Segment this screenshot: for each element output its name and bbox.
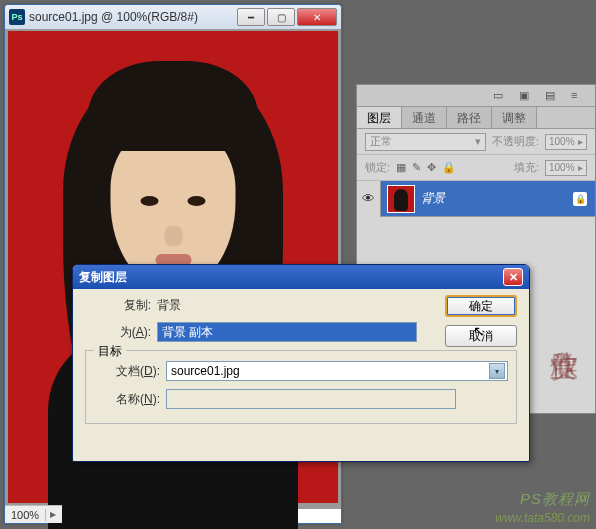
layer-lock-icon[interactable]: 🔒 xyxy=(573,192,587,206)
panel-tool-row: ▭ ▣ ▤ ≡ xyxy=(357,85,595,107)
fill-field[interactable]: 100%▸ xyxy=(545,160,587,176)
watermark-url: www.tata580.com xyxy=(495,511,590,525)
maximize-button[interactable]: ▢ xyxy=(267,8,295,26)
opacity-field[interactable]: 100%▸ xyxy=(545,134,587,150)
doc-select[interactable]: source01.jpg ▾ xyxy=(166,361,508,381)
as-input[interactable] xyxy=(157,322,417,342)
photoshop-icon: Ps xyxy=(9,9,25,25)
lock-transparent-icon[interactable]: ▦ xyxy=(396,161,406,174)
panel-icon[interactable]: ▤ xyxy=(545,89,559,103)
opacity-label: 不透明度: xyxy=(492,134,539,149)
minimize-button[interactable]: ━ xyxy=(237,8,265,26)
blend-mode-select[interactable]: 正常▾ xyxy=(365,133,486,151)
target-legend: 目标 xyxy=(94,343,126,360)
panel-tabs: 图层 通道 路径 调整 xyxy=(357,107,595,129)
name-input xyxy=(166,389,456,409)
fill-label: 填充: xyxy=(514,160,539,175)
lock-brush-icon[interactable]: ✎ xyxy=(412,161,421,174)
dialog-titlebar[interactable]: 复制图层 ✕ xyxy=(73,265,529,289)
tab-paths[interactable]: 路径 xyxy=(447,107,492,128)
blend-row: 正常▾ 不透明度: 100%▸ xyxy=(357,129,595,155)
target-fieldset: 目标 文档(D): source01.jpg ▾ 名称(N): xyxy=(85,350,517,424)
zoom-level[interactable]: 100% xyxy=(11,509,46,521)
document-title: source01.jpg @ 100%(RGB/8#) xyxy=(29,10,237,24)
tab-layers[interactable]: 图层 xyxy=(357,107,402,128)
layer-item[interactable]: 👁 背景 🔒 xyxy=(357,181,595,217)
watermark-text: PS教程网 xyxy=(520,490,590,509)
lock-label: 锁定: xyxy=(365,160,390,175)
panel-menu-icon[interactable]: ≡ xyxy=(571,89,585,103)
ok-button[interactable]: 确定 xyxy=(445,295,517,317)
name-label: 名称(N): xyxy=(94,391,160,408)
lock-all-icon[interactable]: 🔒 xyxy=(442,161,456,174)
layer-thumbnail[interactable] xyxy=(387,185,415,213)
statusbar-arrow-icon[interactable]: ▶ xyxy=(50,510,56,519)
dialog-title: 复制图层 xyxy=(79,269,503,286)
doc-label: 文档(D): xyxy=(94,363,160,380)
document-titlebar[interactable]: Ps source01.jpg @ 100%(RGB/8#) ━ ▢ ✕ xyxy=(5,5,341,29)
duplicate-layer-dialog: 复制图层 ✕ 确定 取消 ↖ 复制: 背景 为(A): 目标 文档(D): so… xyxy=(72,264,530,462)
tab-adjust[interactable]: 调整 xyxy=(492,107,537,128)
layers-list: 👁 背景 🔒 xyxy=(357,181,595,217)
copy-label: 复制: xyxy=(85,297,151,314)
close-button[interactable]: ✕ xyxy=(297,8,337,26)
dialog-close-button[interactable]: ✕ xyxy=(503,268,523,286)
as-label: 为(A): xyxy=(85,324,151,341)
chevron-down-icon[interactable]: ▾ xyxy=(489,363,505,379)
lock-row: 锁定: ▦ ✎ ✥ 🔒 填充: 100%▸ xyxy=(357,155,595,181)
copy-value: 背景 xyxy=(157,297,181,314)
panel-icon[interactable]: ▭ xyxy=(493,89,507,103)
layer-name[interactable]: 背景 xyxy=(421,190,445,207)
status-bar: 100% ▶ xyxy=(5,505,62,523)
panel-icon[interactable]: ▣ xyxy=(519,89,533,103)
cancel-button[interactable]: 取消 xyxy=(445,325,517,347)
layer-visibility-icon[interactable]: 👁 xyxy=(357,181,381,217)
lock-move-icon[interactable]: ✥ xyxy=(427,161,436,174)
tab-channels[interactable]: 通道 xyxy=(402,107,447,128)
